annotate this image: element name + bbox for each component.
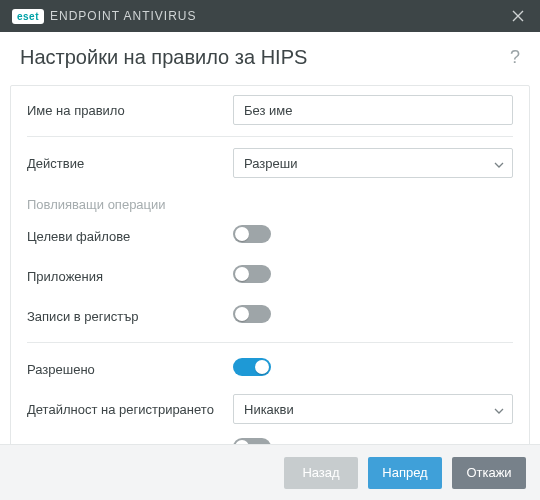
registry-toggle[interactable] <box>233 305 271 323</box>
divider <box>27 342 513 343</box>
brand-text: ENDPOINT ANTIVIRUS <box>50 9 196 23</box>
target-files-toggle[interactable] <box>233 225 271 243</box>
form-panel: Име на правило Действие Разреши П <box>10 85 530 482</box>
operations-section-label: Повлияващи операции <box>27 183 513 216</box>
enabled-label: Разрешено <box>27 362 233 377</box>
cancel-button[interactable]: Откажи <box>452 457 526 489</box>
help-button[interactable]: ? <box>510 47 520 68</box>
divider <box>27 136 513 137</box>
registry-label: Записи в регистър <box>27 309 233 324</box>
chevron-down-icon <box>494 402 504 417</box>
target-files-label: Целеви файлове <box>27 229 233 244</box>
brand-badge: eset <box>12 9 44 24</box>
footer: Назад Напред Откажи <box>0 444 540 500</box>
next-button[interactable]: Напред <box>368 457 442 489</box>
action-label: Действие <box>27 156 233 171</box>
dialog-header: Настройки на правило за HIPS ? <box>0 32 540 85</box>
action-select-value: Разреши <box>244 156 297 171</box>
log-detail-select-value: Никакви <box>244 402 294 417</box>
rule-name-label: Име на правило <box>27 103 233 118</box>
back-button[interactable]: Назад <box>284 457 358 489</box>
titlebar: eset ENDPOINT ANTIVIRUS <box>0 0 540 32</box>
enabled-toggle[interactable] <box>233 358 271 376</box>
applications-toggle[interactable] <box>233 265 271 283</box>
log-detail-select[interactable]: Никакви <box>233 394 513 424</box>
close-icon <box>512 10 524 22</box>
page-title: Настройки на правило за HIPS <box>20 46 307 69</box>
rule-name-input[interactable] <box>233 95 513 125</box>
applications-label: Приложения <box>27 269 233 284</box>
close-button[interactable] <box>504 2 532 30</box>
action-select[interactable]: Разреши <box>233 148 513 178</box>
chevron-down-icon <box>494 156 504 171</box>
log-detail-label: Детайлност на регистрирането <box>27 402 233 417</box>
